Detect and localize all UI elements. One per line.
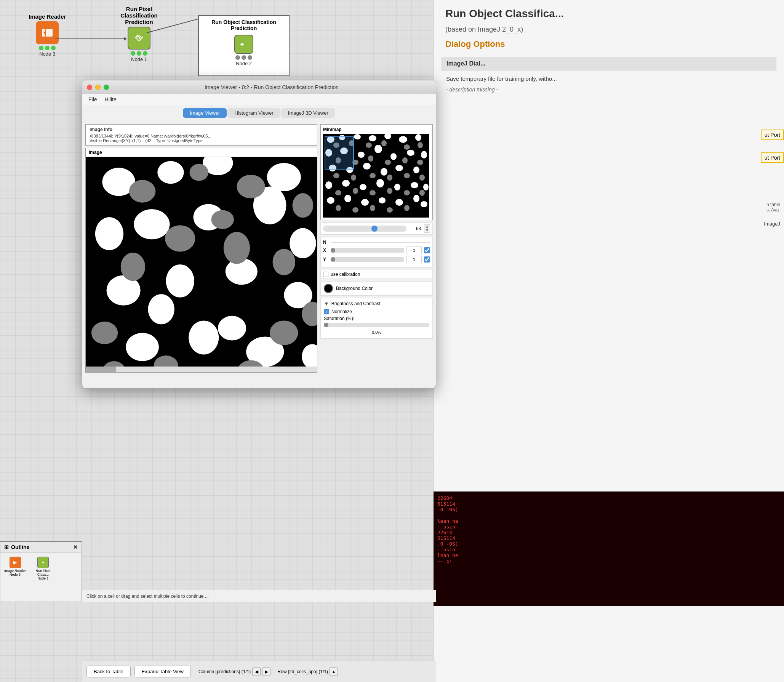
node3-status <box>39 46 56 50</box>
svg-point-72 <box>379 197 386 203</box>
node2-box[interactable]: ✦ <box>234 35 253 54</box>
n-row: N <box>323 240 430 245</box>
x-checkbox[interactable] <box>424 247 430 253</box>
column-prev-button[interactable]: ◀ <box>252 668 261 676</box>
svg-point-64 <box>360 184 366 190</box>
svg-point-53 <box>390 153 397 160</box>
svg-point-60 <box>395 165 403 171</box>
traffic-light-red[interactable] <box>87 85 92 90</box>
svg-point-100 <box>336 205 341 211</box>
tab-imagej-3d[interactable]: ImageJ 3D Viewer <box>281 108 335 118</box>
calibration-label: use calibration <box>331 272 360 277</box>
y-input[interactable]: 1 <box>406 256 422 263</box>
outline-node-3-box: ▶ <box>10 557 21 568</box>
node3-box[interactable] <box>36 21 59 44</box>
zoom-value: 63 <box>410 226 421 231</box>
outline-node-3[interactable]: ▶ Image Reader Node 3 <box>4 557 26 580</box>
minimap-section: Minimap <box>320 124 433 220</box>
svg-point-89 <box>351 175 356 181</box>
node2-dot-3 <box>248 55 252 60</box>
svg-text:✦: ✦ <box>239 40 245 48</box>
svg-point-59 <box>381 168 387 176</box>
bg-color-swatch[interactable] <box>324 284 333 293</box>
x-slider[interactable] <box>331 248 404 253</box>
log-line-5: lean ne <box>437 518 780 524</box>
normalize-checkbox[interactable]: ✓ <box>324 309 329 314</box>
tab-image-viewer[interactable]: Image Viewer <box>183 108 227 118</box>
svg-point-92 <box>404 173 410 178</box>
brightness-collapse-icon[interactable]: ▼ <box>324 301 329 307</box>
node1-dot-3 <box>143 51 147 56</box>
viewer-right-panel: Minimap <box>320 124 433 373</box>
svg-point-95 <box>353 188 358 194</box>
x-row: X 1 <box>323 247 430 254</box>
traffic-light-yellow[interactable] <box>95 85 101 90</box>
outline-node-1-box: ✦ <box>37 557 49 568</box>
outline-close-icon[interactable]: ✕ <box>73 544 78 550</box>
svg-point-58 <box>363 163 371 170</box>
node3-label: Image Reader <box>29 13 66 20</box>
minimap-canvas[interactable] <box>323 134 429 218</box>
menu-file[interactable]: File <box>88 96 97 102</box>
svg-point-67 <box>411 182 418 188</box>
svg-point-17 <box>166 264 194 298</box>
zoom-up-button[interactable]: ▲ <box>424 225 430 229</box>
node1-box[interactable]: ✦ <box>128 27 150 50</box>
outline-header: ⊞ Outline ✕ <box>0 542 82 553</box>
row-label: Row [2d_cells_apo] (1/1) <box>277 669 328 674</box>
row-up-button[interactable]: ▲ <box>330 668 338 676</box>
outline-node-1-sublabel: Node 1 <box>38 576 49 580</box>
log-line-9: .0 -0S) <box>437 541 780 547</box>
imagej-dialog-text: Save temporary file for training only, w… <box>442 72 776 85</box>
zoom-stepper[interactable]: ▲ ▼ <box>424 224 430 233</box>
y-slider[interactable] <box>331 257 404 262</box>
tab-histogram-viewer[interactable]: Histogram Viewer <box>227 108 280 118</box>
svg-point-97 <box>387 188 392 194</box>
expand-table-view-button[interactable]: Expand Table View <box>134 666 191 677</box>
log-line-1: 22604 <box>437 495 780 501</box>
svg-point-70 <box>344 195 351 202</box>
log-area: 22604 515114 .0 -0S) lean ne : usin 2261… <box>434 491 784 606</box>
image-canvas[interactable] <box>86 157 317 372</box>
svg-point-74 <box>413 195 419 202</box>
svg-point-11 <box>95 217 123 250</box>
workflow-node-1[interactable]: Run Pixel Classification Prediction ✦ No… <box>116 6 162 62</box>
image-info-section: Image Info X[383/1344]; Y[9/1024]; value… <box>85 124 317 146</box>
log-line-2: 515114 <box>437 501 780 507</box>
image-scrollbar[interactable] <box>86 367 317 372</box>
right-panel-content: ImageJ Dial... Save temporary file for t… <box>434 53 784 98</box>
log-line-4 <box>437 512 780 518</box>
workflow-node-3[interactable]: Image Reader Node 3 <box>29 13 66 57</box>
outline-node-1[interactable]: ✦ Run Pixel Class... Node 1 <box>34 557 53 580</box>
status-dot-2 <box>45 46 50 50</box>
bg-color-label: Background Color <box>336 286 373 291</box>
brightness-header: ▼ Brightness and Contrast <box>324 301 429 307</box>
back-to-table-button[interactable]: Back to Table <box>86 666 131 677</box>
zoom-slider[interactable] <box>323 226 406 232</box>
traffic-light-green[interactable] <box>104 85 109 90</box>
node2-status <box>235 55 252 60</box>
svg-point-12 <box>134 209 170 239</box>
port-label-2: ut Port <box>761 152 784 163</box>
saturation-value: 0.0% <box>324 330 429 335</box>
node2-frame: Run Object ClassificationPrediction ✦ No… <box>198 15 290 76</box>
node2-inner[interactable]: ✦ Node 2 <box>199 35 289 66</box>
node1-dot-1 <box>131 51 135 56</box>
saturation-slider[interactable] <box>324 323 429 327</box>
zoom-down-button[interactable]: ▼ <box>424 229 430 232</box>
svg-point-52 <box>374 145 382 153</box>
svg-point-96 <box>370 190 376 195</box>
calibration-checkbox[interactable] <box>323 272 328 277</box>
svg-point-25 <box>218 316 246 340</box>
column-next-button[interactable]: ▶ <box>262 668 270 676</box>
imagej-dialog-header: ImageJ Dial... <box>442 57 776 70</box>
svg-rect-105 <box>325 137 354 169</box>
log-line-7: 22614 <box>437 530 780 535</box>
node1-icon: ✦ <box>132 31 146 45</box>
x-input[interactable]: 1 <box>406 247 422 254</box>
saturation-label: Saturation (%): <box>324 316 354 321</box>
menu-hilite[interactable]: Hilite <box>105 96 117 102</box>
svg-point-73 <box>395 199 403 206</box>
image-scrollbar-thumb[interactable] <box>86 367 116 372</box>
y-checkbox[interactable] <box>424 256 430 263</box>
